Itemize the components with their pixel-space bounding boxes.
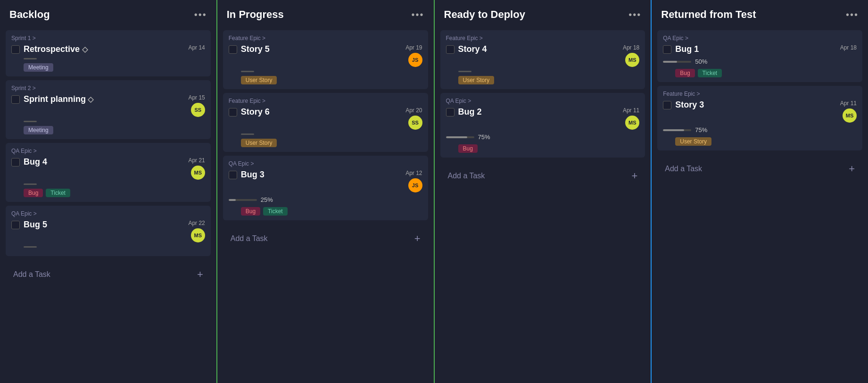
progress-bar-bg-c11 (663, 129, 691, 131)
card-top-c3: Bug 4Apr 21MS (11, 157, 205, 180)
kanban-board: Backlog•••Sprint 1 >RetrospectiveApr 14M… (0, 0, 868, 383)
card-top-c5: Story 5Apr 19JS (229, 44, 422, 67)
add-task-label-returned-from-test: Add a Task (665, 165, 702, 173)
add-task-plus-in-progress[interactable]: + (414, 233, 421, 245)
card-top-c2: Sprint planningApr 15SS (11, 94, 205, 117)
progress-bar-fill-c9 (446, 136, 467, 138)
card-c7[interactable]: QA Epic >Bug 3Apr 12JS25%BugTicket (223, 156, 428, 220)
card-date-c10: Apr 18 (840, 44, 857, 51)
card-c1[interactable]: Sprint 1 >RetrospectiveApr 14Meeting (6, 30, 211, 76)
card-top-c4: Bug 5Apr 22MS (11, 220, 205, 242)
add-task-backlog[interactable]: Add a Task+ (6, 262, 211, 287)
card-separator-c1 (24, 58, 37, 59)
card-c8[interactable]: Feature Epic >Story 4Apr 18MSUser Story (440, 30, 645, 89)
card-checkbox-c7[interactable] (229, 171, 237, 179)
card-avatar-c9: MS (625, 116, 639, 130)
tag-ticket-c7: Ticket (263, 207, 288, 216)
card-left-c7: Bug 3 (229, 170, 265, 180)
card-date-c9: Apr 11 (623, 107, 639, 114)
card-title-c11: Story 3 (675, 100, 704, 110)
card-progress-row-c11: 75% (663, 126, 857, 133)
card-left-c4: Bug 5 (11, 220, 47, 230)
card-left-c5: Story 5 (229, 44, 270, 54)
progress-bar-fill-c10 (663, 61, 677, 63)
card-epic-c2: Sprint 2 > (11, 85, 205, 92)
column-menu-in-progress[interactable]: ••• (411, 9, 424, 20)
tag-meeting-c1: Meeting (24, 63, 53, 72)
card-c3[interactable]: QA Epic >Bug 4Apr 21MSBugTicket (6, 143, 211, 202)
card-left-c2: Sprint planning (11, 94, 93, 104)
card-date-c8: Apr 18 (623, 44, 639, 51)
card-separator-c6 (241, 133, 254, 135)
card-separator-c2 (24, 121, 37, 122)
card-epic-c9: QA Epic > (446, 98, 640, 104)
card-title-c9: Bug 2 (458, 107, 482, 117)
card-c5[interactable]: Feature Epic >Story 5Apr 19JSUser Story (223, 30, 428, 89)
card-title-c7: Bug 3 (241, 170, 265, 180)
add-task-returned-from-test[interactable]: Add a Task+ (657, 156, 862, 182)
card-epic-c7: QA Epic > (229, 160, 422, 167)
card-checkbox-c6[interactable] (229, 108, 237, 117)
card-date-c2: Apr 15 (188, 94, 205, 101)
card-checkbox-c2[interactable] (11, 95, 20, 104)
card-checkbox-c5[interactable] (229, 45, 237, 54)
card-date-c11: Apr 11 (840, 100, 857, 107)
card-c11[interactable]: Feature Epic >Story 3Apr 11MS75%User Sto… (657, 86, 862, 150)
progress-bar-fill-c11 (663, 129, 684, 131)
card-epic-c3: QA Epic > (11, 148, 205, 154)
column-title-ready-to-deploy: Ready to Deploy (444, 8, 525, 21)
card-top-c8: Story 4Apr 18MS (446, 44, 640, 67)
tag-userstory-c6: User Story (241, 139, 277, 147)
progress-bar-bg-c10 (663, 61, 691, 63)
card-title-c5: Story 5 (241, 44, 270, 54)
card-checkbox-c11[interactable] (663, 101, 671, 109)
card-checkbox-c10[interactable] (663, 45, 671, 54)
add-task-plus-returned-from-test[interactable]: + (849, 163, 855, 175)
card-checkbox-c1[interactable] (11, 45, 20, 54)
card-avatar-c2: SS (191, 103, 205, 117)
card-left-c9: Bug 2 (446, 107, 482, 117)
add-task-label-ready-to-deploy: Add a Task (448, 172, 485, 180)
card-epic-c8: Feature Epic > (446, 35, 640, 42)
card-date-c4: Apr 22 (188, 220, 205, 226)
card-tags-c5: User Story (241, 76, 422, 84)
card-separator-c4 (24, 246, 37, 248)
card-right-c11: Apr 11MS (840, 100, 857, 123)
card-avatar-c3: MS (191, 166, 205, 180)
card-checkbox-c8[interactable] (446, 45, 455, 54)
add-task-plus-ready-to-deploy[interactable]: + (631, 170, 637, 182)
column-menu-ready-to-deploy[interactable]: ••• (628, 9, 641, 20)
card-right-c8: Apr 18MS (623, 44, 639, 67)
card-c10[interactable]: QA Epic >Bug 1Apr 1850%BugTicket (657, 30, 862, 82)
card-title-c10: Bug 1 (675, 44, 699, 54)
card-right-c5: Apr 19JS (405, 44, 422, 67)
card-tags-c11: User Story (675, 137, 857, 146)
card-tags-c8: User Story (458, 76, 640, 84)
column-menu-backlog[interactable]: ••• (194, 9, 207, 20)
column-body-returned-from-test: QA Epic >Bug 1Apr 1850%BugTicketFeature … (652, 27, 868, 383)
card-avatar-c11: MS (843, 108, 857, 123)
card-left-c6: Story 6 (229, 107, 270, 117)
add-task-label-backlog: Add a Task (13, 270, 50, 279)
card-c4[interactable]: QA Epic >Bug 5Apr 22MS (6, 206, 211, 256)
card-epic-c4: QA Epic > (11, 210, 205, 217)
card-title-c6: Story 6 (241, 107, 270, 117)
column-menu-returned-from-test[interactable]: ••• (846, 9, 859, 20)
card-checkbox-c9[interactable] (446, 108, 455, 117)
column-body-in-progress: Feature Epic >Story 5Apr 19JSUser StoryF… (217, 27, 434, 383)
card-c2[interactable]: Sprint 2 >Sprint planningApr 15SSMeeting (6, 80, 211, 139)
column-in-progress: In Progress•••Feature Epic >Story 5Apr 1… (217, 0, 435, 383)
card-title-c2: Sprint planning (24, 94, 93, 104)
card-avatar-c8: MS (625, 53, 639, 67)
card-tags-c9: Bug (458, 144, 640, 153)
card-right-c2: Apr 15SS (188, 94, 205, 117)
add-task-ready-to-deploy[interactable]: Add a Task+ (440, 163, 645, 189)
card-checkbox-c4[interactable] (11, 221, 20, 229)
add-task-plus-backlog[interactable]: + (197, 268, 203, 281)
add-task-in-progress[interactable]: Add a Task+ (223, 226, 428, 251)
card-c6[interactable]: Feature Epic >Story 6Apr 20SSUser Story (223, 93, 428, 152)
card-right-c7: Apr 12JS (405, 170, 422, 192)
card-checkbox-c3[interactable] (11, 158, 20, 167)
card-right-c9: Apr 11MS (623, 107, 639, 130)
card-c9[interactable]: QA Epic >Bug 2Apr 11MS75%Bug (440, 93, 645, 158)
